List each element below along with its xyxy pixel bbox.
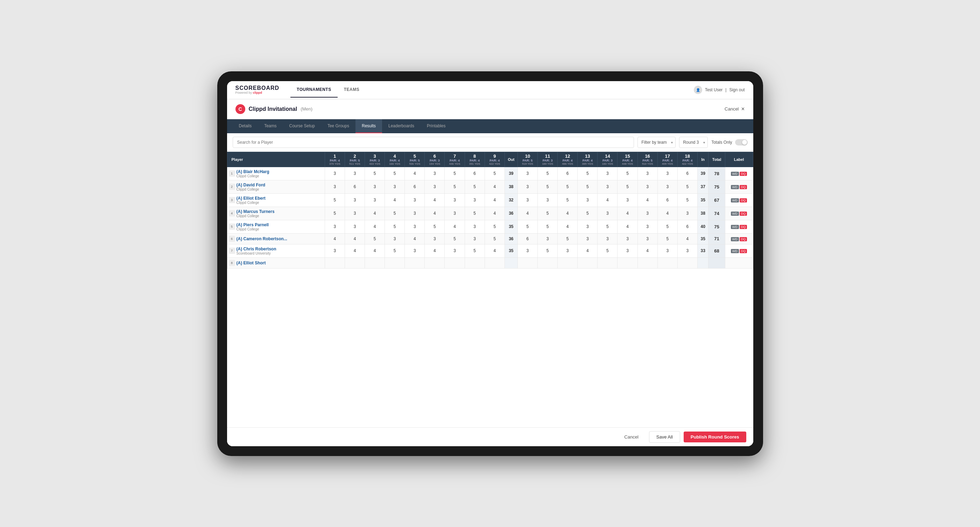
col-h18: 18PAR: 4422 YDS bbox=[677, 152, 697, 167]
logo-area: SCOREBOARD Powered by clippd bbox=[235, 85, 280, 94]
cancel-button[interactable]: Cancel bbox=[617, 432, 645, 442]
score-cell-in bbox=[517, 257, 538, 268]
dq-badge: DQ bbox=[740, 211, 747, 216]
filter-team-wrapper: Filter by team bbox=[638, 137, 676, 148]
score-cell: 4 bbox=[325, 233, 345, 244]
score-cell bbox=[325, 257, 345, 268]
label-cell: WDDQ bbox=[725, 207, 753, 220]
score-cell: 5 bbox=[365, 233, 385, 244]
tab-details[interactable]: Details bbox=[233, 119, 258, 133]
score-cell-in: 5 bbox=[578, 207, 598, 220]
score-cell bbox=[365, 257, 385, 268]
score-cell: 3 bbox=[465, 220, 485, 233]
nav-tournaments[interactable]: TOURNAMENTS bbox=[290, 82, 337, 98]
round-select-wrapper: Round 3 bbox=[679, 137, 708, 148]
total-cell: 71 bbox=[708, 233, 725, 244]
score-cell-in: 5 bbox=[578, 167, 598, 180]
score-cell-in: 5 bbox=[538, 180, 558, 194]
score-cell-in: 3 bbox=[638, 167, 657, 180]
score-cell bbox=[485, 257, 504, 268]
tab-tee-groups[interactable]: Tee Groups bbox=[321, 119, 355, 133]
score-cell-in: 3 bbox=[578, 220, 598, 233]
col-out: Out bbox=[504, 152, 517, 167]
score-cell-in: 5 bbox=[538, 220, 558, 233]
col-in: In bbox=[697, 152, 708, 167]
score-cell: 5 bbox=[385, 220, 405, 233]
wd-badge: WD bbox=[731, 249, 739, 253]
score-cell: 4 bbox=[365, 207, 385, 220]
score-cell: 3 bbox=[445, 244, 465, 257]
c-logo: C bbox=[235, 104, 245, 114]
score-cell: 4 bbox=[445, 220, 465, 233]
score-cell: 4 bbox=[345, 233, 364, 244]
col-h6: 6PAR: 3194 YDS bbox=[425, 152, 445, 167]
label-cell: WDDQ bbox=[725, 194, 753, 207]
filter-team-select[interactable]: Filter by team bbox=[638, 137, 676, 148]
tab-results[interactable]: Results bbox=[355, 119, 382, 133]
col-h15: 15PAR: 4448 YDS bbox=[617, 152, 638, 167]
tab-leaderboards[interactable]: Leaderboards bbox=[382, 119, 420, 133]
score-cell: 4 bbox=[385, 194, 405, 207]
score-cell: 4 bbox=[365, 220, 385, 233]
user-icon: 👤 bbox=[694, 86, 702, 94]
total-cell bbox=[708, 257, 725, 268]
score-cell-in: 4 bbox=[677, 233, 697, 244]
out-total-cell: 32 bbox=[504, 194, 517, 207]
score-cell-in: 6 bbox=[657, 194, 677, 207]
score-cell: 3 bbox=[405, 244, 425, 257]
score-cell: 5 bbox=[485, 167, 504, 180]
player-cell: 2 (A) David Ford Clippd College bbox=[227, 180, 325, 194]
label-cell: WDDQ bbox=[725, 220, 753, 233]
score-table-container: Player 1PAR: 4370 YDS 2PAR: 5511 YDS 3PA… bbox=[227, 152, 753, 427]
label-cell bbox=[725, 257, 753, 268]
nav-teams[interactable]: TEAMS bbox=[337, 82, 366, 98]
publish-round-scores-button[interactable]: Publish Round Scores bbox=[684, 432, 746, 442]
sign-out-link[interactable]: Sign out bbox=[729, 87, 745, 92]
score-cell bbox=[405, 257, 425, 268]
score-cell: 4 bbox=[485, 244, 504, 257]
score-cell: 4 bbox=[425, 194, 445, 207]
dq-badge: DQ bbox=[740, 172, 747, 176]
in-total-cell: 37 bbox=[697, 180, 708, 194]
totals-toggle-switch[interactable] bbox=[735, 139, 748, 146]
score-cell-in: 5 bbox=[558, 233, 578, 244]
total-cell: 78 bbox=[708, 167, 725, 180]
score-cell-in: 5 bbox=[538, 167, 558, 180]
col-h1: 1PAR: 4370 YDS bbox=[325, 152, 345, 167]
score-cell-in: 5 bbox=[538, 244, 558, 257]
tab-course-setup[interactable]: Course Setup bbox=[283, 119, 321, 133]
score-cell-in: 3 bbox=[677, 244, 697, 257]
label-cell: WDDQ bbox=[725, 180, 753, 194]
dq-badge: DQ bbox=[740, 249, 747, 253]
score-cell: 5 bbox=[465, 180, 485, 194]
score-cell-in: 3 bbox=[598, 233, 617, 244]
col-player: Player bbox=[227, 152, 325, 167]
col-h7: 7PAR: 4446 YDS bbox=[445, 152, 465, 167]
score-cell: 5 bbox=[425, 220, 445, 233]
search-input[interactable] bbox=[233, 137, 634, 148]
tournament-cancel-btn[interactable]: Cancel ✕ bbox=[725, 106, 745, 111]
score-cell-in: 3 bbox=[677, 207, 697, 220]
tournament-gender: (Men) bbox=[301, 106, 312, 111]
score-cell-in: 3 bbox=[538, 233, 558, 244]
score-cell-in bbox=[558, 257, 578, 268]
wd-badge: WD bbox=[731, 198, 739, 203]
dq-badge: DQ bbox=[740, 237, 747, 241]
score-cell: 5 bbox=[465, 207, 485, 220]
score-cell: 3 bbox=[445, 207, 465, 220]
tournament-name: Clippd Invitational bbox=[249, 106, 298, 112]
tab-printables[interactable]: Printables bbox=[420, 119, 452, 133]
controls-bar: Filter by team Round 3 Totals Only bbox=[227, 133, 753, 152]
in-total-cell: 35 bbox=[697, 194, 708, 207]
score-cell-in: 3 bbox=[657, 180, 677, 194]
wd-badge: WD bbox=[731, 237, 739, 241]
score-cell: 4 bbox=[405, 233, 425, 244]
out-total-cell: 39 bbox=[504, 167, 517, 180]
tab-teams[interactable]: Teams bbox=[258, 119, 283, 133]
score-cell: 3 bbox=[425, 180, 445, 194]
table-row: 1 (A) Blair McHarg Clippd College 335543… bbox=[227, 167, 753, 180]
score-cell: 3 bbox=[445, 194, 465, 207]
score-cell-in: 5 bbox=[558, 194, 578, 207]
save-all-button[interactable]: Save All bbox=[649, 431, 680, 443]
round-select[interactable]: Round 3 bbox=[679, 137, 708, 148]
